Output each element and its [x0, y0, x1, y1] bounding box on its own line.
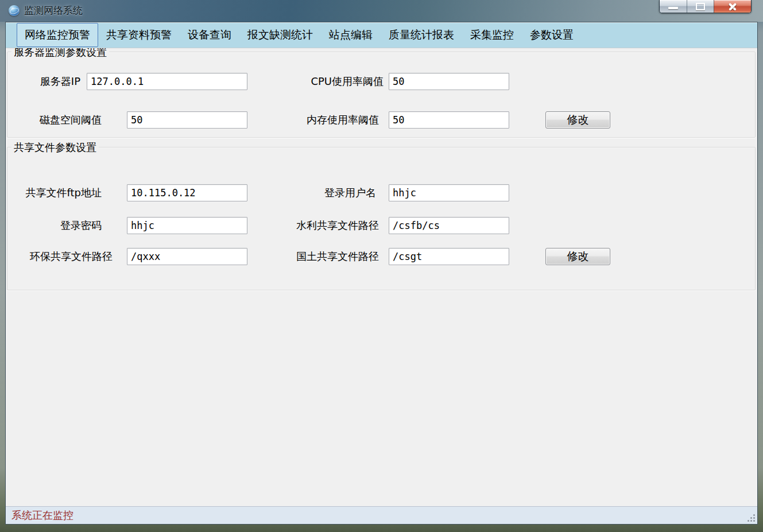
share-params-groupbox: 共享文件参数设置: [7, 147, 756, 290]
login-username-label: 登录用户名: [261, 184, 376, 201]
tab-shared-data-warning[interactable]: 共享资料预警: [98, 23, 180, 47]
titlebar[interactable]: 监测网络系统: [0, 0, 763, 22]
memory-threshold-label: 内存使用率阈值: [264, 111, 379, 129]
server-params-groupbox: 服务器监测参数设置: [7, 52, 756, 138]
minimize-button[interactable]: [660, 0, 687, 13]
share-params-group-title: 共享文件参数设置: [11, 141, 99, 154]
client-area: 网络监控预警 共享资料预警 设备查询 报文缺测统计 站点编辑 质量统计报表 采集…: [5, 22, 758, 525]
disk-threshold-label: 磁盘空间阈值: [6, 111, 102, 129]
ftp-address-label: 共享文件ftp地址: [6, 184, 102, 201]
server-ip-input[interactable]: [87, 73, 247, 90]
login-password-input[interactable]: [127, 217, 247, 234]
env-share-path-label: 环保共享文件路径: [6, 248, 113, 265]
main-content: 服务器监测参数设置 服务器IP CPU使用率阈值 磁盘空间阈值 内存使用率阈值 …: [6, 48, 757, 506]
tab-missing-report-stats[interactable]: 报文缺测统计: [239, 23, 321, 47]
app-window: 监测网络系统 网络监控预警 共享资料预警 设备查询 报文缺测统计 站点编辑 质量…: [0, 0, 763, 532]
cpu-threshold-label: CPU使用率阈值: [269, 73, 384, 90]
caption-buttons: [659, 0, 752, 13]
server-ip-label: 服务器IP: [6, 73, 80, 90]
minimize-icon: [668, 7, 678, 9]
server-modify-button[interactable]: 修改: [545, 111, 610, 129]
tab-collection-monitor[interactable]: 采集监控: [462, 23, 522, 47]
memory-threshold-input[interactable]: [389, 111, 509, 129]
tab-parameter-settings[interactable]: 参数设置: [522, 23, 582, 47]
globe-icon: [9, 5, 20, 16]
tab-site-edit[interactable]: 站点编辑: [321, 23, 381, 47]
maximize-button[interactable]: [687, 0, 714, 13]
tab-quality-report[interactable]: 质量统计报表: [381, 23, 462, 47]
water-share-path-label: 水利共享文件路径: [264, 217, 379, 234]
env-share-path-input[interactable]: [127, 248, 247, 265]
tab-bar: 网络监控预警 共享资料预警 设备查询 报文缺测统计 站点编辑 质量统计报表 采集…: [6, 22, 757, 48]
tab-network-monitor-warning[interactable]: 网络监控预警: [17, 23, 98, 47]
share-modify-button[interactable]: 修改: [545, 248, 610, 265]
login-password-label: 登录密码: [6, 217, 102, 234]
login-username-input[interactable]: [389, 184, 509, 201]
water-share-path-input[interactable]: [389, 217, 509, 234]
tab-device-query[interactable]: 设备查询: [180, 23, 239, 47]
server-params-group-title: 服务器监测参数设置: [11, 48, 109, 59]
status-bar: 系统正在监控: [6, 506, 757, 524]
close-button[interactable]: [714, 0, 751, 13]
disk-threshold-input[interactable]: [127, 111, 247, 129]
window-title: 监测网络系统: [24, 0, 83, 22]
ftp-address-input[interactable]: [127, 184, 247, 201]
cpu-threshold-input[interactable]: [389, 73, 509, 90]
close-icon: [728, 2, 737, 10]
status-text: 系统正在监控: [11, 508, 73, 522]
land-share-path-label: 国土共享文件路径: [264, 248, 379, 265]
land-share-path-input[interactable]: [389, 248, 509, 265]
resize-grip-icon[interactable]: [747, 514, 756, 522]
maximize-icon: [696, 3, 705, 10]
